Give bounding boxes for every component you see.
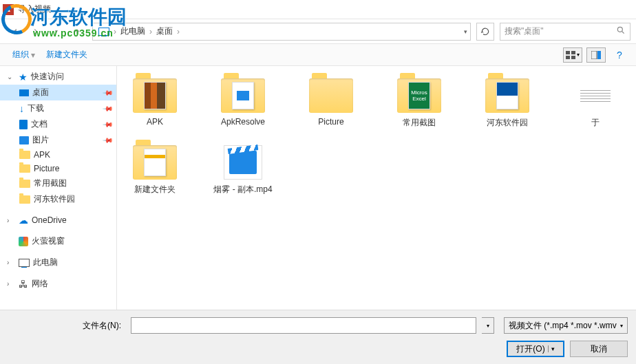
view-mode-button[interactable]: ▾ — [563, 47, 582, 63]
svg-rect-5 — [591, 51, 597, 59]
desktop-icon — [19, 89, 29, 96]
help-button[interactable]: ? — [610, 47, 629, 63]
folder-icon — [19, 164, 30, 173]
folder-item[interactable]: 于 — [564, 78, 626, 129]
organize-button[interactable]: 组织 ▾ — [7, 46, 41, 63]
chevron-right-icon: › — [7, 259, 15, 266]
file-grid[interactable]: APK ApkResolve Picture MicrosExcel 常用截图 … — [117, 66, 636, 314]
new-folder-button[interactable]: 新建文件夹 — [41, 46, 93, 63]
chevron-down-icon: ⌄ — [7, 73, 15, 81]
document-icon — [19, 120, 28, 129]
search-placeholder: 搜索"桌面" — [505, 25, 544, 37]
pin-icon: 📌 — [103, 134, 114, 145]
sidebar-item-desktop[interactable]: 桌面 📌 — [0, 85, 116, 100]
network-icon: 🖧 — [19, 279, 28, 290]
app-icon — [19, 237, 28, 246]
svg-rect-4 — [571, 56, 575, 59]
folder-item[interactable]: MicrosExcel 常用截图 — [388, 78, 450, 129]
preview-pane-button[interactable] — [586, 47, 606, 63]
folder-icon — [19, 180, 30, 188]
sidebar-quick-access[interactable]: ⌄ ★ 快速访问 — [0, 69, 116, 85]
folder-icon — [19, 195, 30, 204]
svg-rect-3 — [566, 56, 570, 59]
file-item-video[interactable]: 烟雾 - 副本.mp4 — [212, 145, 274, 195]
address-bar[interactable]: › 此电脑 › 桌面 › ▾ — [92, 23, 471, 41]
address-dropdown-icon[interactable]: ▾ — [464, 28, 467, 35]
recent-dropdown[interactable]: ▾ — [47, 22, 66, 41]
sidebar-firewindow[interactable]: 火萤视窗 — [0, 233, 116, 249]
chevron-right-icon: › — [7, 217, 15, 224]
cancel-button[interactable]: 取消 — [570, 341, 628, 357]
sidebar-item-picture[interactable]: Picture — [0, 162, 116, 175]
download-icon: ↓ — [19, 103, 24, 114]
svg-rect-2 — [571, 51, 575, 54]
breadcrumb-sep: › — [112, 27, 118, 36]
folder-item[interactable]: APK — [124, 78, 186, 129]
cloud-icon: ☁ — [19, 215, 28, 226]
toolbar: 组织 ▾ 新建文件夹 ▾ ? — [0, 44, 636, 66]
window-title: 导入视频 — [18, 3, 51, 15]
breadcrumb-pc[interactable]: 此电脑 — [118, 24, 148, 39]
search-input[interactable]: 搜索"桌面" — [500, 23, 630, 41]
main-area: ⌄ ★ 快速访问 桌面 📌 ↓ 下载 📌 文档 📌 图片 📌 APK — [0, 66, 636, 314]
breadcrumb-desktop[interactable]: 桌面 — [153, 24, 176, 39]
app-icon: ▲ — [3, 4, 14, 15]
sidebar-onedrive[interactable]: › ☁ OneDrive — [0, 213, 116, 228]
svg-rect-6 — [597, 51, 601, 59]
sidebar-item-apk[interactable]: APK — [0, 148, 116, 162]
sidebar-item-hedong[interactable]: 河东软件园 — [0, 191, 116, 207]
dialog-footer: 文件名(N): ▾ 视频文件 (*.mp4 *.mov *.wmv ▾ 打开(O… — [0, 310, 636, 364]
pin-icon: 📌 — [103, 118, 114, 129]
open-button[interactable]: 打开(O)▾ — [507, 341, 564, 357]
svg-point-0 — [617, 27, 622, 32]
filename-label: 文件名(N): — [8, 320, 125, 332]
folder-item[interactable]: 新建文件夹 — [124, 145, 186, 195]
pin-icon: 📌 — [103, 87, 114, 98]
sidebar-network[interactable]: › 🖧 网络 — [0, 276, 116, 292]
sidebar-item-screenshots[interactable]: 常用截图 — [0, 175, 116, 191]
pc-icon — [19, 259, 30, 267]
sidebar: ⌄ ★ 快速访问 桌面 📌 ↓ 下载 📌 文档 📌 图片 📌 APK — [0, 66, 117, 314]
nav-bar: ▾ › 此电脑 › 桌面 › ▾ 搜索"桌面" — [0, 19, 636, 44]
title-bar: ▲ 导入视频 — [0, 0, 636, 19]
svg-rect-1 — [566, 51, 570, 54]
file-type-filter[interactable]: 视频文件 (*.mp4 *.mov *.wmv ▾ — [504, 317, 628, 334]
sidebar-this-pc[interactable]: › 此电脑 — [0, 255, 116, 270]
sidebar-item-downloads[interactable]: ↓ 下载 📌 — [0, 100, 116, 116]
folder-item[interactable]: Picture — [300, 78, 362, 129]
pictures-icon — [19, 136, 29, 144]
sidebar-item-documents[interactable]: 文档 📌 — [0, 116, 116, 132]
up-button[interactable] — [67, 22, 87, 41]
forward-button[interactable] — [26, 22, 45, 41]
pc-icon — [98, 28, 109, 36]
video-icon — [224, 145, 262, 180]
pin-icon: 📌 — [103, 103, 114, 114]
refresh-button[interactable] — [476, 23, 494, 41]
folder-item[interactable]: ApkResolve — [212, 78, 274, 129]
filename-input[interactable] — [131, 317, 476, 334]
back-button[interactable] — [6, 22, 25, 41]
sidebar-item-pictures[interactable]: 图片 📌 — [0, 132, 116, 148]
search-icon — [616, 25, 626, 37]
filename-dropdown[interactable]: ▾ — [482, 317, 494, 334]
address-root[interactable] — [96, 26, 112, 37]
star-icon: ★ — [19, 72, 28, 83]
chevron-down-icon: ▾ — [620, 323, 623, 329]
folder-icon — [19, 151, 30, 159]
folder-item[interactable]: 河东软件园 — [476, 78, 538, 129]
chevron-right-icon: › — [7, 280, 15, 288]
